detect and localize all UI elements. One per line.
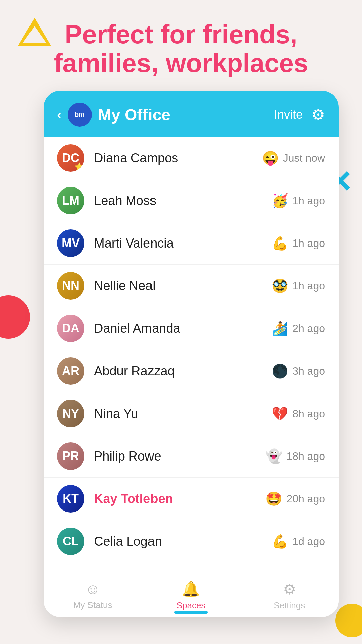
status-time: 1d ago <box>292 535 325 548</box>
member-item[interactable]: DC ⭐ Diana Campos 😜 Just now <box>44 137 339 179</box>
status-info: 🥸 1h ago <box>272 278 325 294</box>
member-name: Celia Logan <box>94 534 262 549</box>
member-name: Philip Rowe <box>94 449 256 464</box>
group-name: My Office <box>98 106 170 124</box>
status-emoji: 🏄 <box>272 321 288 336</box>
app-header: ‹ bm My Office Invite ⚙ <box>44 91 339 137</box>
member-item[interactable]: NY Nina Yu 💔 8h ago <box>44 392 339 435</box>
status-info: 👻 18h ago <box>265 448 325 464</box>
member-name: Abdur Razzaq <box>94 364 262 378</box>
nav-indicator <box>174 611 208 614</box>
status-time: 2h ago <box>292 322 325 335</box>
status-emoji: 👻 <box>265 448 282 464</box>
nav-label: Spaces <box>177 600 206 611</box>
member-item[interactable]: AR Abdur Razzaq 🌑 3h ago <box>44 350 339 392</box>
member-name: Diana Campos <box>94 151 253 165</box>
status-time: Just now <box>283 152 325 164</box>
nav-icon: 🔔 <box>182 580 200 598</box>
nav-label: My Status <box>73 600 112 610</box>
status-time: 18h ago <box>286 450 325 463</box>
nav-label: Settings <box>274 600 305 611</box>
status-info: 💪 1d ago <box>272 534 325 549</box>
status-time: 20h ago <box>286 493 325 505</box>
member-item[interactable]: CL Celia Logan 💪 1d ago <box>44 520 339 559</box>
member-item[interactable]: MV Marti Valencia 💪 1h ago <box>44 222 339 265</box>
member-avatar: NY <box>57 400 84 427</box>
status-time: 1h ago <box>292 280 325 292</box>
settings-icon[interactable]: ⚙ <box>311 106 325 124</box>
status-info: 🏄 2h ago <box>272 321 325 336</box>
member-name: Nina Yu <box>94 407 262 421</box>
status-time: 1h ago <box>292 237 325 250</box>
headline: Perfect for friends, families, workplace… <box>0 20 362 78</box>
status-time: 3h ago <box>292 365 325 377</box>
member-name: Kay Totleben <box>94 492 256 506</box>
member-name: Daniel Amanda <box>94 321 262 336</box>
member-item[interactable]: KT Kay Totleben 🤩 20h ago <box>44 478 339 520</box>
star-badge: ⭐ <box>74 162 84 172</box>
nav-item-my-status[interactable]: ☺ My Status <box>44 581 142 610</box>
nav-icon: ☺ <box>85 581 100 597</box>
status-time: 8h ago <box>292 408 325 420</box>
group-avatar: bm <box>68 103 92 127</box>
status-time: 1h ago <box>292 195 325 207</box>
member-item[interactable]: PR Philip Rowe 👻 18h ago <box>44 435 339 478</box>
nav-item-spaces[interactable]: 🔔 Spaces <box>142 580 240 611</box>
member-name: Leah Moss <box>94 194 262 208</box>
member-avatar: AR <box>57 357 84 385</box>
member-avatar: MV <box>57 229 84 257</box>
member-avatar: DA <box>57 315 84 342</box>
status-emoji: 💪 <box>272 534 288 549</box>
member-name: Marti Valencia <box>94 236 262 251</box>
back-button[interactable]: ‹ <box>57 107 62 123</box>
phone-mockup: ‹ bm My Office Invite ⚙ DC ⭐ Diana Campo… <box>44 91 339 617</box>
status-emoji: 🤩 <box>265 491 282 507</box>
status-emoji: 💪 <box>272 235 288 251</box>
member-name: Nellie Neal <box>94 279 262 293</box>
member-avatar: DC ⭐ <box>57 144 84 172</box>
member-avatar: LM <box>57 187 84 214</box>
status-emoji: 🌑 <box>272 363 288 379</box>
member-item[interactable]: DA Daniel Amanda 🏄 2h ago <box>44 307 339 350</box>
decorative-circle-red <box>0 295 30 339</box>
member-item[interactable]: LM Leah Moss 🥳 1h ago <box>44 179 339 222</box>
nav-icon: ⚙ <box>283 581 296 598</box>
status-info: 😜 Just now <box>262 150 325 166</box>
invite-button[interactable]: Invite <box>274 108 303 122</box>
status-info: 💪 1h ago <box>272 235 325 251</box>
status-info: 🥳 1h ago <box>272 193 325 209</box>
member-avatar: PR <box>57 442 84 470</box>
member-list: DC ⭐ Diana Campos 😜 Just now LM Leah Mos… <box>44 137 339 559</box>
status-info: 💔 8h ago <box>272 406 325 422</box>
member-item[interactable]: NN Nellie Neal 🥸 1h ago <box>44 265 339 307</box>
status-info: 🌑 3h ago <box>272 363 325 379</box>
member-avatar: KT <box>57 485 84 513</box>
status-emoji: 🥸 <box>272 278 288 294</box>
status-info: 🤩 20h ago <box>265 491 325 507</box>
member-avatar: CL <box>57 528 84 555</box>
status-emoji: 💔 <box>272 406 288 422</box>
member-avatar: NN <box>57 272 84 300</box>
decorative-circle-gold <box>335 604 362 637</box>
status-emoji: 🥳 <box>272 193 288 209</box>
status-emoji: 😜 <box>262 150 279 166</box>
bottom-nav: ☺ My Status 🔔 Spaces ⚙ Settings <box>44 574 339 617</box>
nav-item-settings[interactable]: ⚙ Settings <box>240 581 339 611</box>
